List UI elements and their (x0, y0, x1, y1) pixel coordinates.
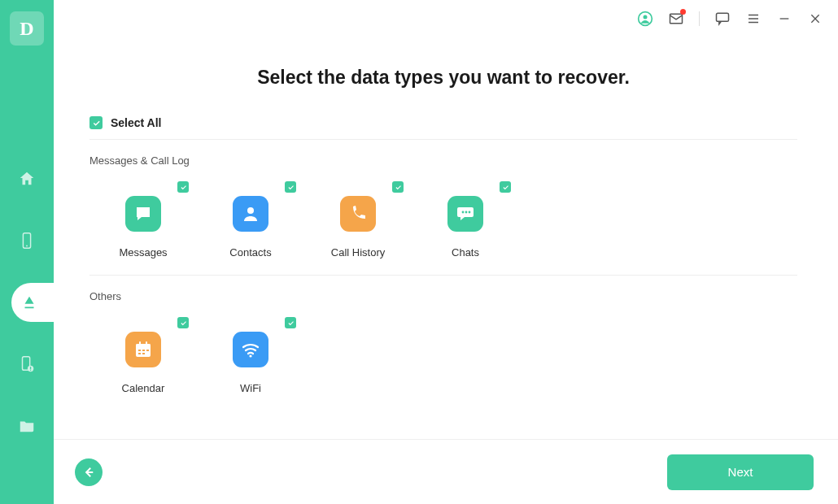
svg-rect-20 (146, 350, 149, 351)
item-callhistory-label: Call History (331, 246, 385, 259)
menu-button[interactable] (745, 11, 762, 27)
contacts-icon (233, 196, 268, 232)
check-icon (92, 119, 101, 128)
svg-rect-22 (142, 353, 145, 354)
svg-point-10 (247, 207, 254, 214)
nav-list (0, 159, 54, 445)
nav-phone[interactable] (0, 221, 54, 260)
callhistory-icon (340, 196, 376, 232)
back-button[interactable] (75, 458, 103, 486)
feedback-button[interactable] (714, 11, 731, 27)
nav-device-alert[interactable] (0, 345, 54, 384)
svg-point-11 (462, 211, 465, 214)
item-wifi-label: WiFi (240, 382, 261, 394)
item-callhistory[interactable]: Call History (304, 173, 412, 259)
minimize-button[interactable] (776, 11, 792, 27)
item-contacts-label: Contacts (229, 246, 271, 259)
item-calendar-checkbox[interactable] (177, 317, 189, 328)
svg-rect-4 (30, 367, 31, 369)
svg-point-12 (465, 211, 468, 214)
svg-point-23 (249, 354, 251, 357)
item-calendar[interactable]: Calendar (89, 309, 197, 394)
check-icon (502, 184, 509, 191)
item-messages-checkbox[interactable] (177, 181, 189, 193)
item-callhistory-checkbox[interactable] (392, 181, 404, 193)
svg-point-7 (644, 15, 648, 19)
minimize-icon (778, 12, 791, 25)
svg-rect-5 (30, 370, 31, 371)
item-messages-label: Messages (119, 246, 167, 259)
svg-rect-17 (146, 341, 147, 345)
device-alert-icon (18, 355, 36, 373)
page-title: Select the data types you want to recove… (89, 67, 797, 89)
svg-rect-16 (139, 341, 141, 345)
account-button[interactable] (637, 11, 653, 27)
check-icon (287, 319, 295, 327)
close-icon (809, 12, 822, 25)
nav-cloud[interactable] (11, 283, 54, 322)
select-all-row[interactable]: Select All (89, 116, 797, 140)
cloud-up-icon (20, 293, 38, 311)
item-wifi[interactable]: WiFi (197, 309, 304, 394)
item-calendar-label: Calendar (122, 382, 165, 394)
menu-icon (746, 11, 761, 26)
app-logo: D (10, 11, 44, 46)
item-wifi-checkbox[interactable] (285, 317, 296, 328)
svg-rect-15 (136, 344, 151, 347)
speech-icon (714, 11, 731, 27)
nav-home[interactable] (0, 159, 54, 198)
item-messages[interactable]: Messages (89, 173, 197, 259)
check-icon (180, 184, 187, 191)
item-contacts-checkbox[interactable] (285, 181, 296, 193)
chats-icon (447, 196, 483, 232)
phone-icon (18, 232, 36, 250)
folder-icon (18, 417, 36, 435)
messages-icon (125, 196, 161, 232)
section-title-messages: Messages & Call Log (89, 154, 797, 167)
calendar-icon (125, 332, 161, 367)
home-icon (18, 170, 36, 188)
select-all-label: Select All (111, 116, 162, 129)
titlebar (54, 0, 838, 37)
account-icon (637, 10, 653, 28)
notification-dot (680, 9, 686, 15)
item-chats-label: Chats (452, 246, 479, 259)
item-contacts[interactable]: Contacts (197, 173, 304, 259)
nav-folder[interactable] (0, 406, 54, 445)
arrow-left-icon (81, 465, 96, 480)
items-grid-others: Calendar WiFi (89, 309, 797, 411)
svg-point-13 (469, 211, 471, 214)
section-title-others: Others (89, 290, 797, 302)
svg-rect-21 (138, 353, 141, 354)
item-chats-checkbox[interactable] (500, 181, 511, 193)
check-icon (287, 184, 295, 191)
footer: Next (54, 439, 838, 504)
check-icon (180, 319, 187, 327)
sidebar: D (0, 0, 54, 504)
wifi-icon (233, 332, 268, 367)
svg-rect-18 (138, 350, 141, 351)
separator (699, 11, 700, 26)
svg-rect-9 (717, 13, 729, 21)
main-panel: Select the data types you want to recove… (54, 0, 838, 504)
next-button[interactable]: Next (667, 454, 814, 490)
items-grid-messages: Messages Contacts Call History (89, 173, 797, 276)
select-all-checkbox[interactable] (89, 116, 103, 129)
mail-button[interactable] (668, 11, 684, 27)
content-area: Select the data types you want to recove… (54, 37, 838, 439)
svg-rect-19 (142, 350, 145, 351)
close-button[interactable] (807, 11, 823, 27)
svg-point-1 (26, 245, 28, 247)
item-chats[interactable]: Chats (412, 173, 519, 259)
check-icon (395, 184, 402, 191)
